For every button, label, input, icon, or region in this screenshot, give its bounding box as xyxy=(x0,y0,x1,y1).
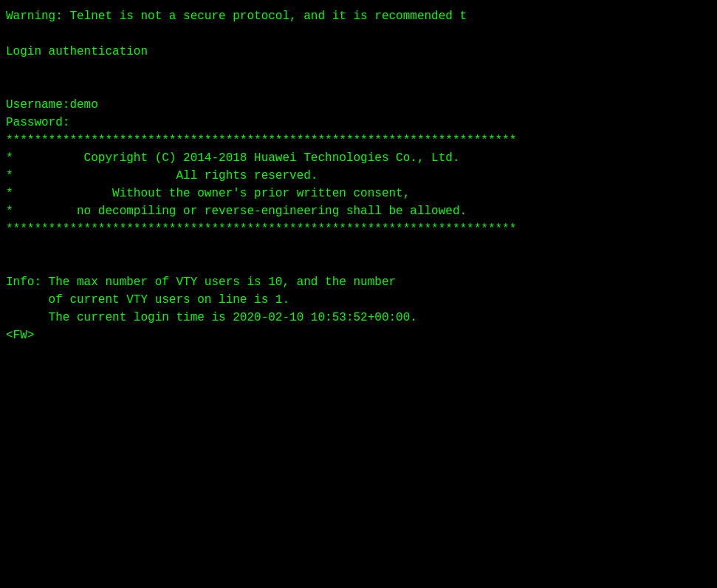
terminal-line-info2: of current VTY users on line is 1. xyxy=(6,291,711,309)
terminal-line-prompt: <FW> xyxy=(6,327,711,344)
terminal-line-copyright: * Copyright (C) 2014-2018 Huawei Technol… xyxy=(6,149,711,167)
terminal-line-decompile: * no decompiling or reverse-engineering … xyxy=(6,202,711,220)
terminal-line-stars1: ****************************************… xyxy=(6,131,711,149)
terminal-line-empty3 xyxy=(6,78,711,96)
terminal-line-consent: * Without the owner's prior written cons… xyxy=(6,185,711,202)
terminal-line-empty2 xyxy=(6,61,711,78)
terminal-line-username: Username:demo xyxy=(6,96,711,114)
terminal-line-info3: The current login time is 2020-02-10 10:… xyxy=(6,309,711,327)
terminal-window[interactable]: Warning: Telnet is not a secure protocol… xyxy=(6,7,711,581)
terminal-line-info1: Info: The max number of VTY users is 10,… xyxy=(6,273,711,291)
terminal-line-empty5 xyxy=(6,256,711,273)
terminal-line-stars2: ****************************************… xyxy=(6,220,711,238)
terminal-line-login-auth: Login authentication xyxy=(6,43,711,61)
terminal-line-empty1 xyxy=(6,25,711,43)
terminal-line-rights: * All rights reserved. xyxy=(6,167,711,185)
terminal-line-warning: Warning: Telnet is not a secure protocol… xyxy=(6,7,711,25)
terminal-line-password: Password: xyxy=(6,114,711,131)
terminal-line-empty4 xyxy=(6,238,711,256)
